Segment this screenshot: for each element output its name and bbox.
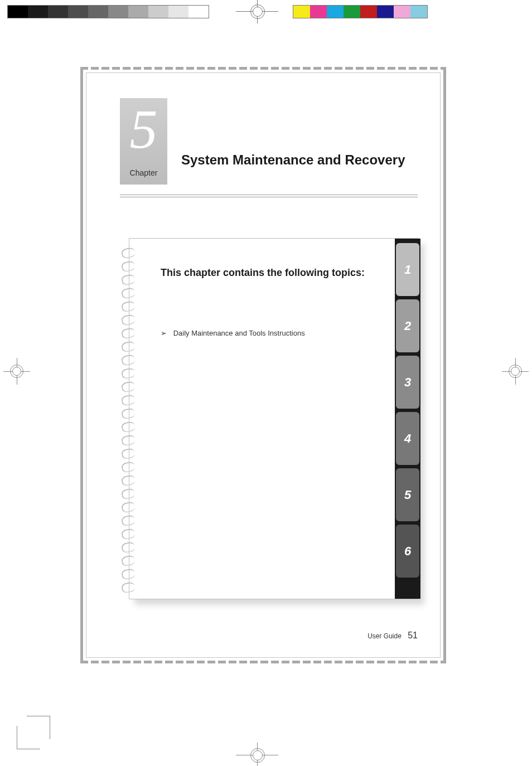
section-tab-2: 2 xyxy=(396,299,419,352)
spiral-ring xyxy=(120,353,137,367)
spiral-ring xyxy=(120,327,137,340)
spiral-ring xyxy=(120,287,137,300)
page-trim-frame: 5 Chapter System Maintenance and Recover… xyxy=(80,67,446,663)
section-tab-6: 6 xyxy=(396,525,419,578)
spiral-ring xyxy=(120,460,137,474)
spiral-ring xyxy=(120,273,137,287)
gray-ramp xyxy=(7,5,209,18)
chapter-label: Chapter xyxy=(120,168,167,177)
section-tab-1: 1 xyxy=(396,243,419,296)
spiral-ring xyxy=(120,300,137,313)
spiral-binding xyxy=(120,246,137,594)
page-number: 51 xyxy=(408,631,418,640)
heading-double-rule xyxy=(120,195,418,195)
section-tab-5: 5 xyxy=(396,468,419,521)
page-inner: 5 Chapter System Maintenance and Recover… xyxy=(86,72,441,658)
topic-item-label: Daily Maintenance and Tools Instructions xyxy=(173,329,305,337)
page-footer: User Guide 51 xyxy=(367,631,418,641)
topic-item: ➢ Daily Maintenance and Tools Instructio… xyxy=(161,329,379,337)
registration-target-top xyxy=(247,1,267,21)
side-tabs: 123456 xyxy=(395,239,420,599)
registration-target-left xyxy=(7,361,27,381)
bullet-arrow-icon: ➢ xyxy=(161,329,167,337)
spiral-ring xyxy=(120,474,137,487)
spiral-ring xyxy=(120,367,137,380)
spiral-ring xyxy=(120,487,137,501)
spiral-ring xyxy=(120,434,137,447)
spiral-ring xyxy=(120,581,137,594)
spiral-ring xyxy=(120,541,137,554)
spiral-ring xyxy=(120,527,137,541)
spiral-ring xyxy=(120,420,137,434)
chapter-block: 5 Chapter xyxy=(120,98,167,185)
topics-notebook: This chapter contains the following topi… xyxy=(129,238,419,599)
spiral-ring xyxy=(120,260,137,273)
spiral-ring xyxy=(120,554,137,568)
chapter-number: 5 xyxy=(120,98,167,157)
registration-target-right xyxy=(505,361,525,381)
spiral-ring xyxy=(120,501,137,514)
spiral-ring xyxy=(120,313,137,327)
spiral-ring xyxy=(120,340,137,353)
spiral-ring xyxy=(120,407,137,420)
chapter-title: System Maintenance and Recovery xyxy=(181,151,418,169)
registration-target-bottom xyxy=(247,745,267,765)
spiral-ring xyxy=(120,246,137,260)
section-tab-3: 3 xyxy=(396,356,419,409)
spiral-ring xyxy=(120,568,137,581)
footer-label: User Guide xyxy=(367,632,402,640)
crop-marks-bottom-left xyxy=(17,716,50,749)
color-swatches xyxy=(293,5,428,18)
spiral-ring xyxy=(120,447,137,460)
spiral-ring xyxy=(120,380,137,394)
spiral-ring xyxy=(120,394,137,407)
topics-heading: This chapter contains the following topi… xyxy=(161,265,379,280)
spiral-ring xyxy=(120,514,137,527)
section-tab-4: 4 xyxy=(396,412,419,465)
